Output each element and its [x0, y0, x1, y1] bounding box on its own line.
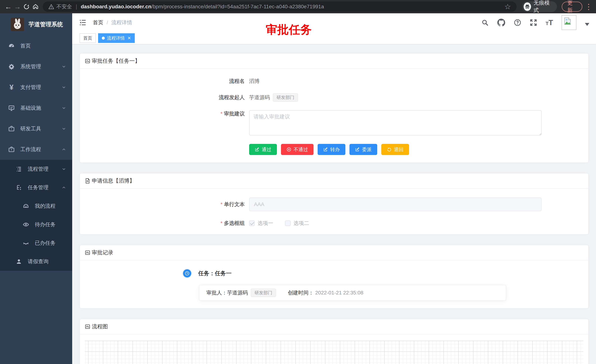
browser-update-button[interactable]: 更新: [562, 2, 582, 12]
edit-icon: [355, 147, 360, 152]
card-title: 审批任务【任务一】: [92, 57, 140, 65]
eye-open-icon: [22, 221, 30, 228]
font-size-icon[interactable]: TT: [546, 19, 553, 27]
tab-home[interactable]: 首页: [80, 33, 96, 43]
github-icon[interactable]: [497, 19, 505, 27]
red-annotation-text: 审批任务: [266, 22, 312, 37]
bpmn-diagram-canvas[interactable]: [85, 341, 583, 364]
sidebar-item-infra[interactable]: 基础设施: [0, 98, 72, 118]
sidebar-item-process-mgmt[interactable]: 流程管理: [0, 160, 72, 178]
fullscreen-icon[interactable]: [530, 19, 537, 26]
browser-back-button[interactable]: ←: [4, 1, 13, 12]
active-tab-dot: [102, 37, 105, 40]
approver-card: 审批人： 芋道源码 研发部门 创建时间： 2022-01-21 22:35:08: [199, 285, 506, 301]
robot-face-icon: [22, 203, 30, 209]
approval-task-card: 审批任务【任务一】 流程名 滔博 流程发起人 芋道源码 研发部门: [80, 53, 589, 163]
reload-icon: [23, 3, 30, 10]
security-label[interactable]: 不安全: [56, 3, 72, 10]
timeline-item: 任务：任务一 审批人： 芋道源码 研发部门 创建时间： 2022-01-21 2…: [87, 269, 581, 301]
sidebar-item-leave-query[interactable]: 请假查询: [0, 252, 72, 271]
sidebar-item-done-tasks[interactable]: 已办任务: [0, 234, 72, 252]
broken-image-icon: [563, 17, 572, 26]
yen-icon: ¥: [7, 83, 15, 91]
dept-tag: 研发部门: [273, 93, 298, 102]
incognito-icon: [524, 2, 531, 11]
task-title: 任务：任务一: [198, 270, 231, 277]
button-label: 不通过: [294, 146, 308, 153]
picture-icon: [85, 250, 90, 255]
card-header: 申请信息【滔博】: [80, 174, 588, 189]
url-domain: dashboard.yudao.iocoder.cn: [81, 4, 151, 10]
toolbox-icon: [7, 125, 15, 132]
chevron-up-icon: [61, 185, 66, 190]
eye-closed-icon: [22, 240, 30, 246]
browser-forward-button[interactable]: →: [13, 1, 22, 12]
picture-icon: [85, 58, 90, 64]
sidebar-item-devtools[interactable]: 研发工具: [0, 118, 72, 139]
avatar-dropdown-caret[interactable]: [585, 23, 589, 26]
approver-value: 芋道源码: [227, 289, 248, 296]
button-label: 转办: [330, 146, 340, 153]
browser-toolbar: ← → 不安全 | dashboard.yudao.iocoder.cn/bpm…: [0, 0, 596, 13]
card-title: 申请信息【滔博】: [92, 177, 135, 185]
sidebar-item-label: 首页: [20, 42, 31, 49]
sidebar-collapse-icon[interactable]: [79, 19, 87, 26]
sidebar-item-workflow[interactable]: 工作流程: [0, 139, 72, 160]
avatar[interactable]: [562, 15, 576, 30]
approve-button[interactable]: 通过: [249, 144, 277, 155]
not-secure-warning-icon[interactable]: [48, 4, 54, 10]
address-bar[interactable]: 不安全 | dashboard.yudao.iocoder.cn/bpm/pro…: [43, 1, 517, 12]
flow-diagram-card: 流程图: [80, 319, 589, 364]
single-text-label: 单行文本: [87, 201, 249, 208]
app-title: 芋道管理系统: [29, 21, 63, 28]
checkbox-label: 选项二: [294, 220, 309, 227]
sidebar-item-label: 流程管理: [28, 166, 48, 173]
sidebar-logo[interactable]: 芋道管理系统: [0, 13, 72, 36]
logo-rabbit-image: [11, 18, 24, 31]
close-icon[interactable]: ✕: [127, 36, 131, 41]
delegate-button[interactable]: 委派: [350, 144, 377, 155]
button-label: 通过: [262, 146, 271, 153]
card-title: 流程图: [92, 323, 108, 330]
breadcrumb-current: 流程详情: [112, 19, 132, 26]
picture-icon: [85, 324, 90, 329]
tree-icon: [15, 184, 23, 191]
approval-record-card: 审批记录 任务：任务一 审批人： 芋道源码 研发部门: [80, 245, 589, 308]
card-header: 流程图: [80, 319, 588, 335]
suggestion-textarea[interactable]: [249, 110, 542, 135]
sidebar-item-system[interactable]: 系统管理: [0, 56, 72, 77]
help-icon[interactable]: [514, 19, 521, 26]
checkbox-unchecked-icon: [285, 220, 291, 226]
url-path: /bpm/process-instance/detail?id=54aa251f…: [151, 4, 324, 10]
sidebar-item-payment[interactable]: ¥ 支付管理: [0, 77, 72, 98]
top-navbar: 首页 / 流程详情 审批任务 TT: [72, 13, 596, 32]
gear-icon: [7, 63, 15, 70]
browser-reload-button[interactable]: [22, 1, 31, 12]
checkbox-checked-icon: [249, 220, 255, 226]
bookmark-star-icon[interactable]: ☆: [504, 2, 511, 11]
chevron-down-icon: [61, 167, 66, 171]
sidebar-item-todo-tasks[interactable]: 待办任务: [0, 215, 72, 234]
sidebar-item-task-mgmt[interactable]: 任务管理: [0, 178, 72, 197]
apply-info-card: 申请信息【滔博】 单行文本 多选框组 选项一: [80, 173, 589, 234]
incognito-label: 无痕模式: [534, 0, 552, 14]
browser-menu-icon[interactable]: ⋮: [585, 2, 592, 11]
checkbox-label: 选项一: [258, 220, 273, 227]
sidebar-item-label: 任务管理: [28, 184, 48, 191]
sidebar-item-home[interactable]: 首页: [0, 36, 72, 56]
approver-label: 审批人：: [206, 289, 227, 296]
return-button[interactable]: 退回: [381, 144, 409, 155]
close-circle-icon: [287, 147, 291, 152]
transfer-button[interactable]: 转办: [318, 144, 345, 155]
create-time-value: 2022-01-21 22:35:08: [315, 290, 363, 296]
sidebar-item-my-process[interactable]: 我的流程: [0, 197, 72, 215]
url-divider: |: [76, 4, 77, 10]
dept-tag: 研发部门: [251, 289, 276, 297]
breadcrumb-home[interactable]: 首页: [93, 19, 103, 26]
workflow-submenu: 流程管理 任务管理 我的流程 待办任务: [0, 160, 72, 271]
tab-process-detail[interactable]: 流程详情 ✕: [98, 33, 135, 43]
reject-button[interactable]: 不通过: [281, 144, 313, 155]
search-icon[interactable]: [481, 19, 489, 26]
sidebar-item-label: 基础设施: [20, 104, 41, 111]
browser-home-button[interactable]: [31, 1, 40, 12]
